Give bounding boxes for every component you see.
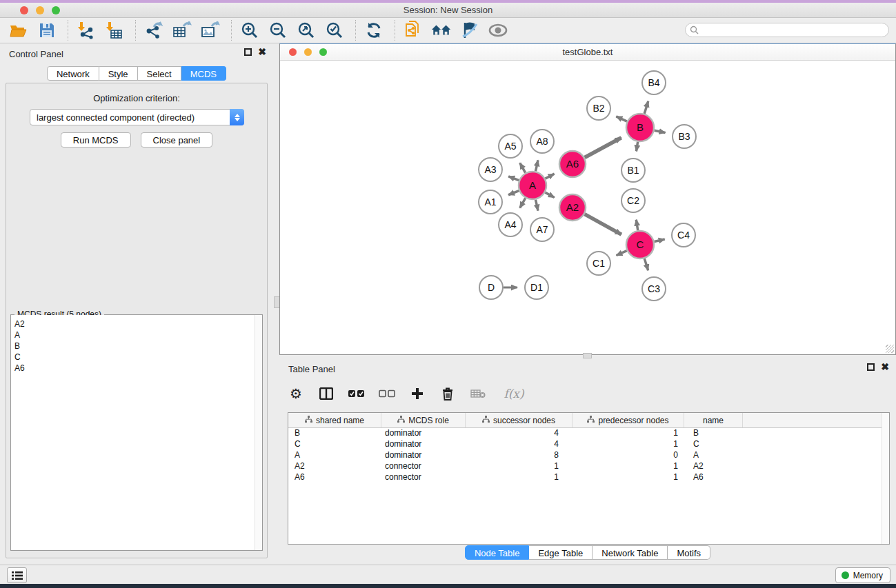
tab-node-table[interactable]: Node Table (465, 545, 530, 560)
tab-edge-table[interactable]: Edge Table (529, 545, 593, 560)
memory-status-icon (842, 571, 849, 579)
graph-edge-C-C2[interactable] (636, 220, 637, 231)
tab-mcds[interactable]: MCDS (181, 66, 226, 81)
mcds-result-groupbox: MCDS result (5 nodes) A2ABCA6 (10, 314, 263, 551)
close-panel-icon[interactable]: ✖ (258, 48, 266, 56)
hide-graphics-icon[interactable] (459, 20, 480, 41)
close-panel-icon[interactable]: ✖ (881, 363, 889, 371)
zoom-in-icon[interactable] (239, 20, 260, 41)
toolbar-separator (355, 20, 357, 41)
network-canvas[interactable]: AA1A2A3A4A5A6A7A8BB1B2B3B4CC1C2C3C4DD1 (280, 60, 895, 354)
mcds-result-item[interactable]: B (11, 341, 262, 352)
deselect-all-icon[interactable] (379, 385, 395, 402)
function-builder-icon[interactable]: f(x) (500, 385, 528, 402)
save-session-icon[interactable] (37, 20, 57, 41)
float-panel-icon[interactable] (244, 48, 252, 56)
toolbar-separator (395, 20, 396, 41)
mcds-result-item[interactable]: A (11, 330, 262, 341)
column-header-successor-nodes[interactable]: successor nodes (466, 413, 573, 427)
graph-edge-A-A1[interactable] (508, 191, 519, 195)
graph-edge-A-A4[interactable] (520, 198, 526, 207)
column-header-name[interactable]: name (684, 413, 743, 427)
delete-column-icon[interactable] (439, 385, 456, 402)
main-titlebar: Session: New Session (0, 3, 896, 18)
table-cell: C (288, 439, 381, 450)
graph-edge-C-C4[interactable] (654, 239, 664, 241)
export-network-icon[interactable] (143, 20, 164, 41)
table-panel-tabs: Node TableEdge TableNetwork TableMotifs (279, 545, 896, 560)
graph-edge-A2-C[interactable] (585, 214, 621, 234)
table-cell: B (684, 428, 743, 439)
graph-node-label: A2 (566, 201, 579, 213)
graph-edge-A-A7[interactable] (535, 200, 538, 211)
graph-edge-A-A3[interactable] (508, 176, 519, 181)
resize-grip-icon[interactable] (886, 345, 894, 353)
session-title: Session: New Session (0, 5, 896, 15)
tab-select[interactable]: Select (138, 66, 181, 81)
home-icon[interactable] (431, 20, 452, 41)
mcds-result-item[interactable]: A6 (11, 363, 262, 374)
tab-motifs[interactable]: Motifs (668, 545, 710, 560)
table-scrollbar[interactable] (882, 413, 889, 544)
graph-edge-A-A2[interactable] (545, 192, 554, 197)
column-header-MCDS-role[interactable]: MCDS role (381, 413, 466, 427)
graph-edge-A-A6[interactable] (546, 174, 555, 179)
float-panel-icon[interactable] (867, 363, 875, 371)
export-table-icon[interactable] (172, 20, 192, 41)
table-row[interactable]: Adominator80A (288, 450, 889, 461)
graph-edge-B-B4[interactable] (644, 101, 648, 114)
horizontal-divider-handle[interactable] (583, 353, 592, 358)
mcds-result-list[interactable]: A2ABCA6 (11, 315, 262, 550)
tab-network[interactable]: Network (47, 66, 99, 81)
tab-network-table[interactable]: Network Table (593, 545, 668, 560)
table-cell: 1 (573, 428, 684, 439)
show-graphics-icon[interactable] (488, 20, 508, 41)
graph-node-label: B4 (648, 77, 659, 88)
network-file-icon[interactable] (403, 20, 424, 41)
export-image-icon[interactable] (200, 20, 221, 41)
graph-edge-B-B3[interactable] (655, 130, 666, 132)
search-input[interactable] (685, 23, 889, 37)
table-row[interactable]: A2connector11A2 (288, 461, 889, 472)
table-row[interactable]: A6connector11A6 (288, 472, 889, 483)
refresh-layout-icon[interactable] (364, 20, 384, 41)
table-cell: 8 (466, 450, 573, 461)
run-mcds-button[interactable]: Run MCDS (61, 132, 131, 148)
zoom-selected-icon[interactable] (324, 20, 345, 41)
column-header-predecessor-nodes[interactable]: predecessor nodes (573, 413, 684, 427)
add-column-icon[interactable] (409, 385, 426, 402)
import-network-icon[interactable] (76, 20, 97, 41)
network-window-titlebar[interactable]: testGlobe.txt (280, 44, 895, 61)
close-panel-button[interactable]: Close panel (141, 132, 213, 148)
graph-edge-A-A8[interactable] (535, 160, 538, 171)
graph-edge-B-B1[interactable] (636, 142, 637, 152)
import-table-icon[interactable] (104, 20, 125, 41)
select-all-icon[interactable] (348, 385, 365, 402)
mcds-result-item[interactable]: C (11, 352, 262, 363)
zoom-out-icon[interactable] (268, 20, 288, 41)
mcds-list-scrollbar[interactable] (255, 315, 262, 550)
graph-edge-A-A5[interactable] (520, 163, 526, 172)
graph-node-label: A8 (536, 136, 548, 147)
column-header-shared-name[interactable]: shared name (288, 413, 381, 427)
delete-table-icon[interactable] (470, 385, 486, 402)
criterion-dropdown[interactable]: largest connected component (directed) (30, 109, 244, 125)
graph-edge-B-B2[interactable] (616, 116, 627, 121)
zoom-fit-icon[interactable] (296, 20, 317, 41)
table-row[interactable]: Bdominator41B (288, 428, 889, 439)
open-file-icon[interactable] (8, 20, 29, 41)
graph-edge-C-C1[interactable] (617, 251, 627, 256)
table-cell: A6 (288, 472, 381, 483)
graph-edge-A6-B[interactable] (585, 138, 621, 158)
settings-gear-icon[interactable]: ⚙ (288, 385, 304, 402)
node-table[interactable]: shared nameMCDS rolesuccessor nodesprede… (288, 412, 890, 545)
tab-style[interactable]: Style (99, 66, 138, 81)
columns-icon[interactable] (318, 385, 335, 402)
mcds-result-item[interactable]: A2 (11, 315, 262, 330)
task-history-button[interactable] (7, 567, 27, 583)
graph-edge-C-C3[interactable] (644, 258, 648, 270)
graph-node-label: C (637, 239, 644, 250)
graph-node-label: A6 (566, 158, 579, 170)
memory-button[interactable]: Memory (835, 567, 890, 583)
table-row[interactable]: Cdominator41C (288, 439, 889, 450)
